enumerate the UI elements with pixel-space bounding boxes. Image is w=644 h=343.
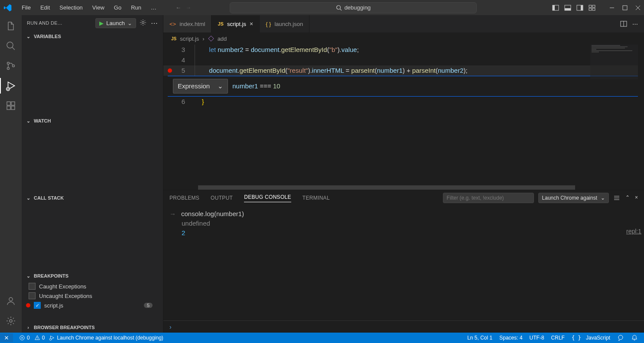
tab-label: launch.json bbox=[274, 21, 303, 27]
status-errors[interactable]: 0 bbox=[19, 335, 30, 341]
panel-tab-debug-console[interactable]: DEBUG CONSOLE bbox=[244, 194, 291, 202]
json-file-icon: { } bbox=[266, 21, 271, 27]
menu-selection[interactable]: Selection bbox=[55, 3, 87, 13]
window-minimize-icon[interactable] bbox=[609, 5, 615, 10]
toggle-primary-sidebar-icon[interactable] bbox=[552, 4, 559, 11]
scrollbar[interactable] bbox=[638, 45, 644, 190]
more-icon[interactable]: ⋯ bbox=[632, 21, 638, 27]
variables-section-header[interactable]: ⌄ VARIABLES bbox=[22, 31, 163, 42]
panel-tab-terminal[interactable]: TERMINAL bbox=[302, 195, 330, 201]
status-indentation[interactable]: Spaces: 4 bbox=[499, 335, 522, 341]
horizontal-scrollbar[interactable] bbox=[163, 185, 644, 190]
bp-uncaught-label: Uncaught Exceptions bbox=[39, 293, 92, 299]
status-cursor-position[interactable]: Ln 5, Col 1 bbox=[467, 335, 492, 341]
clear-console-icon[interactable] bbox=[613, 194, 620, 201]
method-icon bbox=[208, 36, 214, 42]
logpoint-expression-input[interactable]: number1 === 10 bbox=[232, 81, 280, 91]
toggle-panel-icon[interactable] bbox=[564, 4, 571, 11]
tab-index-html[interactable]: <> index.html bbox=[163, 15, 211, 32]
status-eol[interactable]: CRLF bbox=[551, 335, 565, 341]
logpoint-type-label: Expression bbox=[178, 81, 210, 91]
window-maximize-icon[interactable] bbox=[622, 5, 628, 10]
breakpoint-uncaught-exceptions[interactable]: Uncaught Exceptions bbox=[22, 291, 163, 301]
checkbox-icon[interactable] bbox=[29, 283, 36, 290]
svg-rect-9 bbox=[592, 5, 595, 7]
tab-label: index.html bbox=[179, 21, 205, 27]
menu-go[interactable]: Go bbox=[110, 3, 126, 13]
breakpoints-label: BREAKPOINTS bbox=[34, 273, 68, 278]
checkbox-icon[interactable]: ✓ bbox=[34, 302, 41, 309]
search-icon[interactable] bbox=[5, 40, 16, 52]
watch-section-header[interactable]: ⌄ WATCH bbox=[22, 115, 163, 126]
bell-icon[interactable] bbox=[631, 334, 638, 341]
source-control-icon[interactable] bbox=[5, 60, 16, 71]
close-icon[interactable]: × bbox=[250, 20, 253, 27]
settings-gear-icon[interactable] bbox=[5, 315, 16, 327]
launch-config-selector[interactable]: ▶ Launch ⌄ bbox=[95, 18, 136, 28]
callstack-section-header[interactable]: ⌄ CALL STACK bbox=[22, 192, 163, 204]
breadcrumb-symbol: add bbox=[218, 36, 227, 42]
feedback-icon[interactable] bbox=[617, 334, 624, 341]
status-encoding[interactable]: UTF-8 bbox=[530, 335, 544, 341]
account-icon[interactable] bbox=[5, 295, 16, 307]
svg-point-18 bbox=[7, 62, 10, 65]
console-input[interactable]: › bbox=[163, 320, 644, 333]
svg-rect-8 bbox=[589, 5, 592, 7]
tab-launch-json[interactable]: { } launch.json bbox=[260, 15, 309, 32]
console-target-selector[interactable]: Launch Chrome against ⌄ bbox=[538, 193, 609, 203]
editor[interactable]: 3 let number2 = document.getElementById(… bbox=[163, 45, 644, 190]
svg-rect-26 bbox=[11, 102, 15, 105]
status-debug-target[interactable]: Launch Chrome against localhost (debuggi… bbox=[49, 335, 163, 341]
menu-more[interactable]: … bbox=[146, 3, 161, 13]
breakpoint-caught-exceptions[interactable]: Caught Exceptions bbox=[22, 282, 163, 291]
menu-edit[interactable]: Edit bbox=[36, 3, 54, 13]
breakpoint-scriptjs[interactable]: ✓ script.js 5 bbox=[22, 301, 163, 310]
chevron-down-icon: ⌄ bbox=[25, 273, 31, 279]
status-warnings[interactable]: 0 bbox=[34, 335, 45, 341]
status-language[interactable]: { } JavaScript bbox=[572, 335, 610, 341]
panel-tab-problems[interactable]: PROBLEMS bbox=[169, 195, 199, 201]
console-source-link[interactable]: repl:1 bbox=[626, 227, 641, 236]
tab-label: script.js bbox=[227, 21, 246, 27]
svg-point-29 bbox=[142, 21, 144, 23]
extensions-icon[interactable] bbox=[5, 100, 16, 111]
svg-rect-7 bbox=[581, 5, 583, 10]
browser-breakpoints-header[interactable]: › BROWSER BREAKPOINTS bbox=[22, 322, 163, 333]
console-filter-input[interactable] bbox=[443, 193, 534, 203]
menu-file[interactable]: File bbox=[17, 3, 35, 13]
window-close-icon[interactable] bbox=[635, 5, 641, 10]
console-prompt-icon: › bbox=[169, 324, 172, 330]
bottom-panel: PROBLEMS OUTPUT DEBUG CONSOLE TERMINAL L… bbox=[163, 190, 644, 333]
command-center[interactable]: debugging bbox=[230, 2, 477, 13]
toggle-secondary-sidebar-icon[interactable] bbox=[576, 4, 583, 11]
chevron-down-icon: ⌄ bbox=[601, 195, 605, 201]
sidebar-title: RUN AND DE… bbox=[27, 20, 92, 26]
customize-layout-icon[interactable] bbox=[589, 4, 595, 11]
menu-run[interactable]: Run bbox=[127, 3, 146, 13]
debug-console[interactable]: →console.log(number1) undefined 2 repl:1 bbox=[163, 206, 644, 320]
svg-point-40 bbox=[37, 339, 37, 339]
breakpoint-dot-icon[interactable] bbox=[168, 68, 172, 73]
nav-back-icon[interactable]: ← bbox=[176, 4, 181, 11]
close-panel-icon[interactable]: × bbox=[635, 194, 638, 201]
titlebar: File Edit Selection View Go Run … ← → de… bbox=[0, 0, 644, 15]
nav-forward-icon[interactable]: → bbox=[185, 4, 191, 11]
collapse-panel-icon[interactable]: ⌃ bbox=[625, 194, 630, 201]
explorer-icon[interactable] bbox=[5, 20, 16, 32]
run-debug-icon[interactable] bbox=[5, 80, 16, 91]
remote-indicator[interactable] bbox=[0, 333, 13, 342]
menu-view[interactable]: View bbox=[88, 3, 109, 13]
logpoint-editor[interactable]: Expression ⌄ number1 === 10 bbox=[168, 76, 644, 97]
split-editor-icon[interactable] bbox=[620, 20, 627, 27]
logpoint-type-dropdown[interactable]: Expression ⌄ bbox=[173, 79, 228, 94]
more-icon[interactable]: ⋯ bbox=[151, 19, 158, 27]
tab-script-js[interactable]: JS script.js × bbox=[211, 15, 260, 32]
js-file-icon: JS bbox=[171, 36, 176, 41]
panel-tab-output[interactable]: OUTPUT bbox=[211, 195, 233, 201]
gear-icon[interactable] bbox=[140, 19, 146, 26]
breadcrumb[interactable]: JS script.js › add bbox=[163, 32, 644, 45]
svg-point-27 bbox=[9, 298, 13, 301]
breakpoints-section-header[interactable]: ⌄ BREAKPOINTS bbox=[22, 270, 163, 282]
callstack-label: CALL STACK bbox=[34, 195, 64, 201]
checkbox-icon[interactable] bbox=[29, 292, 36, 299]
